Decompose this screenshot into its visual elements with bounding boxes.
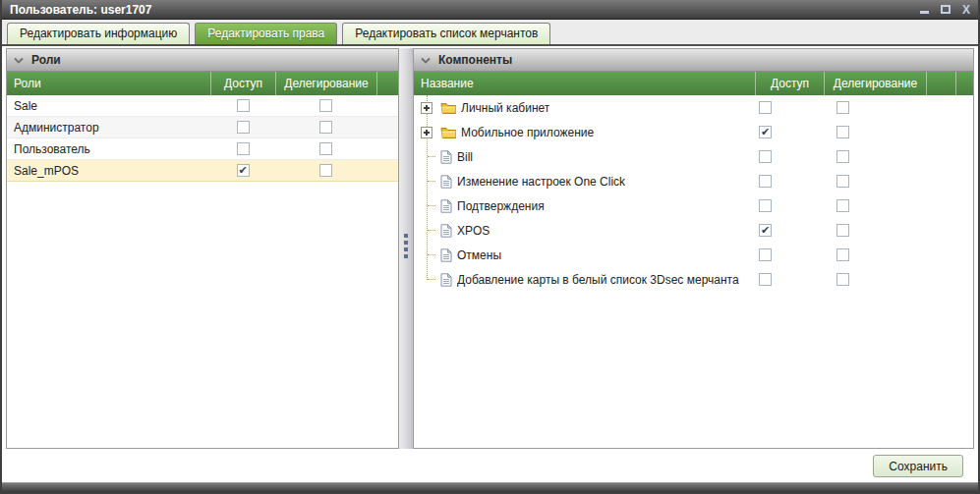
roles-panel: Роли Роли Доступ Делегирование SaleАдмин… xyxy=(6,48,399,449)
tree-slot xyxy=(420,127,435,138)
folder-icon xyxy=(440,101,456,114)
column-header-access[interactable]: Доступ xyxy=(210,72,275,95)
access-checkbox[interactable] xyxy=(237,142,250,155)
delegation-checkbox[interactable] xyxy=(319,121,332,134)
delegation-checkbox[interactable] xyxy=(836,101,849,114)
tree-branch-line xyxy=(428,156,435,157)
roles-panel-header[interactable]: Роли xyxy=(7,49,398,72)
chevron-down-icon xyxy=(14,57,24,64)
column-header-name[interactable]: Название xyxy=(414,72,755,95)
tab-edit-rights[interactable]: Редактировать права xyxy=(195,23,337,44)
delegation-checkbox[interactable] xyxy=(836,150,849,163)
roles-table-header: Роли Доступ Делегирование xyxy=(7,72,398,95)
maximize-icon xyxy=(941,5,951,14)
component-name: Добавление карты в белый список 3Dsec ме… xyxy=(457,273,739,287)
component-row[interactable]: Мобильное приложение xyxy=(414,120,973,144)
tree-slot xyxy=(420,254,435,255)
delegation-checkbox[interactable] xyxy=(836,248,849,261)
access-checkbox[interactable] xyxy=(237,99,250,112)
role-name: Администратор xyxy=(7,121,210,135)
access-checkbox[interactable] xyxy=(759,199,772,212)
bottom-edge xyxy=(2,482,978,492)
tree-slot xyxy=(420,102,435,114)
file-icon xyxy=(440,248,452,262)
role-row[interactable]: Sale xyxy=(7,95,398,117)
component-name: Мобильное приложение xyxy=(461,126,594,139)
component-row[interactable]: XPOS xyxy=(414,218,973,243)
role-name: Sale_mPOS xyxy=(7,164,210,178)
tree-slot xyxy=(420,181,435,182)
tree-slot xyxy=(420,279,435,280)
components-table-header: Название Доступ Делегирование xyxy=(414,72,973,95)
role-row[interactable]: Администратор xyxy=(7,117,398,138)
component-name: Отмены xyxy=(457,248,501,262)
column-header-access[interactable]: Доступ xyxy=(755,72,824,95)
component-name: Bill xyxy=(457,150,473,164)
close-button[interactable]: X xyxy=(962,4,970,16)
tree-branch-line xyxy=(428,279,435,280)
file-icon xyxy=(440,224,452,238)
access-checkbox[interactable] xyxy=(759,273,772,286)
tab-edit-info[interactable]: Редактировать информацию xyxy=(7,23,190,44)
delegation-checkbox[interactable] xyxy=(836,199,849,212)
access-checkbox[interactable] xyxy=(759,150,772,163)
minimize-button[interactable] xyxy=(920,4,929,16)
component-row[interactable]: Подтверждения xyxy=(414,193,973,218)
delegation-checkbox[interactable] xyxy=(836,273,849,286)
access-checkbox[interactable] xyxy=(759,175,772,188)
window-controls: X xyxy=(920,4,970,16)
delegation-checkbox[interactable] xyxy=(836,126,849,138)
access-checkbox[interactable] xyxy=(759,126,772,138)
maximize-button[interactable] xyxy=(941,4,951,16)
content-area: Роли Роли Доступ Делегирование SaleАдмин… xyxy=(2,46,978,449)
file-icon xyxy=(440,273,452,287)
tab-edit-merchants[interactable]: Редактировать список мерчантов xyxy=(342,23,550,44)
component-row[interactable]: Bill xyxy=(414,144,973,169)
access-checkbox[interactable] xyxy=(759,248,772,261)
column-header-roles[interactable]: Роли xyxy=(7,72,210,95)
column-header-filler xyxy=(955,72,973,95)
component-row[interactable]: Личный кабинет xyxy=(414,95,973,120)
window-title: Пользователь: user1707 xyxy=(10,3,920,17)
expand-toggle-icon[interactable] xyxy=(421,102,432,114)
component-row[interactable]: Добавление карты в белый список 3Dsec ме… xyxy=(414,267,973,292)
delegation-checkbox[interactable] xyxy=(319,142,332,155)
expand-toggle-icon[interactable] xyxy=(421,127,432,138)
column-header-delegation[interactable]: Делегирование xyxy=(824,72,926,95)
role-row[interactable]: Пользователь xyxy=(7,138,398,160)
delegation-checkbox[interactable] xyxy=(319,164,332,177)
access-checkbox[interactable] xyxy=(759,224,772,237)
role-name: Пользователь xyxy=(7,142,210,156)
access-checkbox[interactable] xyxy=(237,121,250,134)
minimize-icon xyxy=(920,11,929,14)
splitter-grip-icon xyxy=(404,234,408,258)
components-panel-header[interactable]: Компоненты xyxy=(414,49,973,72)
components-panel-title: Компоненты xyxy=(438,53,512,67)
delegation-checkbox[interactable] xyxy=(836,224,849,237)
component-name: XPOS xyxy=(457,224,490,238)
component-name: Личный кабинет xyxy=(461,101,549,115)
roles-table-body: SaleАдминистраторПользовательSale_mPOS xyxy=(7,95,398,448)
column-header-delegation[interactable]: Делегирование xyxy=(275,72,376,95)
delegation-checkbox[interactable] xyxy=(319,99,332,112)
access-checkbox[interactable] xyxy=(237,164,250,177)
panel-splitter[interactable] xyxy=(399,48,413,449)
tree-slot xyxy=(420,156,435,157)
column-header-filler xyxy=(926,72,955,95)
title-bar: Пользователь: user1707 X xyxy=(2,0,978,20)
tab-bar: Редактировать информацию Редактировать п… xyxy=(2,20,978,46)
component-row[interactable]: Отмены xyxy=(414,243,973,267)
role-name: Sale xyxy=(7,99,210,113)
tree-branch-line xyxy=(428,181,435,182)
footer-bar: Сохранить xyxy=(2,449,978,482)
folder-icon xyxy=(440,126,456,138)
access-checkbox[interactable] xyxy=(759,101,772,114)
file-icon xyxy=(440,175,452,189)
save-button[interactable]: Сохранить xyxy=(873,455,963,477)
delegation-checkbox[interactable] xyxy=(836,175,849,188)
component-name: Изменение настроек One Click xyxy=(457,175,625,189)
role-row[interactable]: Sale_mPOS xyxy=(7,160,398,182)
column-header-filler xyxy=(376,72,398,95)
component-row[interactable]: Изменение настроек One Click xyxy=(414,169,973,193)
chevron-down-icon xyxy=(421,57,431,64)
